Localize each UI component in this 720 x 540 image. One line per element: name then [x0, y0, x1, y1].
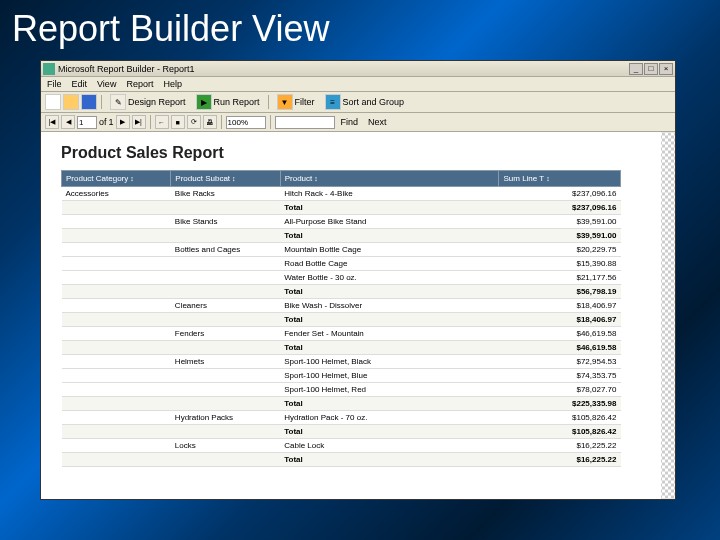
find-input[interactable] — [275, 116, 335, 129]
print-button[interactable]: 🖶 — [203, 115, 217, 129]
refresh-button[interactable]: ⟳ — [187, 115, 201, 129]
prev-page-button[interactable]: ◀ — [61, 115, 75, 129]
header-product[interactable]: Product↕ — [280, 171, 499, 187]
report-title: Product Sales Report — [61, 144, 655, 162]
report-table: Product Category↕ Product Subcat↕ Produc… — [61, 170, 621, 467]
slide-title: Report Builder View — [0, 0, 720, 60]
minimize-button[interactable]: _ — [629, 63, 643, 75]
cell-total-label: Total — [280, 397, 499, 411]
cell-total-amount: $105,826.42 — [499, 425, 621, 439]
cell-product: Cable Lock — [280, 439, 499, 453]
open-icon[interactable] — [63, 94, 79, 110]
cell-category — [62, 215, 171, 229]
maximize-button[interactable]: □ — [644, 63, 658, 75]
table-total-row: Total$225,335.98 — [62, 397, 621, 411]
table-header-row: Product Category↕ Product Subcat↕ Produc… — [62, 171, 621, 187]
cell-product: Hydration Pack - 70 oz. — [280, 411, 499, 425]
sort-icon: ↕ — [546, 175, 550, 182]
cell-category — [62, 355, 171, 369]
cell-subcategory — [171, 369, 280, 383]
cell-category — [62, 257, 171, 271]
cell-subcategory — [171, 257, 280, 271]
table-row: FendersFender Set - Mountain$46,619.58 — [62, 327, 621, 341]
back-button[interactable]: ← — [155, 115, 169, 129]
table-row: Bike StandsAll-Purpose Bike Stand$39,591… — [62, 215, 621, 229]
cell-total-label: Total — [280, 453, 499, 467]
cell-total-amount: $16,225.22 — [499, 453, 621, 467]
filter-button[interactable]: ▼Filter — [273, 94, 319, 110]
table-row: LocksCable Lock$16,225.22 — [62, 439, 621, 453]
filter-icon: ▼ — [277, 94, 293, 110]
sort-icon: ≡ — [325, 94, 341, 110]
cell-subcategory: Bottles and Cages — [171, 243, 280, 257]
cell-product: Fender Set - Mountain — [280, 327, 499, 341]
stop-button[interactable]: ■ — [171, 115, 185, 129]
menu-report[interactable]: Report — [126, 79, 153, 89]
cell-subcategory: Bike Stands — [171, 215, 280, 229]
menubar: File Edit View Report Help — [41, 77, 675, 92]
run-report-button[interactable]: ▶Run Report — [192, 94, 264, 110]
cell-product: Bike Wash - Dissolver — [280, 299, 499, 313]
separator — [150, 115, 151, 129]
save-icon[interactable] — [81, 94, 97, 110]
titlebar: Microsoft Report Builder - Report1 _ □ × — [41, 61, 675, 77]
cell-total-label: Total — [280, 313, 499, 327]
cell-total-label: Total — [280, 425, 499, 439]
next-page-button[interactable]: ▶ — [116, 115, 130, 129]
cell-category — [62, 411, 171, 425]
cell-category — [62, 271, 171, 285]
run-icon: ▶ — [196, 94, 212, 110]
close-button[interactable]: × — [659, 63, 673, 75]
table-row: CleanersBike Wash - Dissolver$18,406.97 — [62, 299, 621, 313]
cell-subcategory — [171, 271, 280, 285]
menu-view[interactable]: View — [97, 79, 116, 89]
menu-edit[interactable]: Edit — [72, 79, 88, 89]
cell-total-label: Total — [280, 285, 499, 299]
cell-product: Sport-100 Helmet, Red — [280, 383, 499, 397]
last-page-button[interactable]: ▶| — [132, 115, 146, 129]
report-viewport[interactable]: Product Sales Report Product Category↕ P… — [41, 132, 675, 499]
sort-icon: ↕ — [314, 175, 318, 182]
cell-amount: $15,390.88 — [499, 257, 621, 271]
cell-total-label: Total — [280, 341, 499, 355]
table-row: Sport-100 Helmet, Blue$74,353.75 — [62, 369, 621, 383]
header-subcategory[interactable]: Product Subcat↕ — [171, 171, 280, 187]
cell-product: Road Bottle Cage — [280, 257, 499, 271]
design-report-button[interactable]: ✎Design Report — [106, 94, 190, 110]
cell-amount: $78,027.70 — [499, 383, 621, 397]
first-page-button[interactable]: |◀ — [45, 115, 59, 129]
cell-amount: $46,619.58 — [499, 327, 621, 341]
header-sales[interactable]: Sum Line T↕ — [499, 171, 621, 187]
page-input[interactable] — [77, 116, 97, 129]
menu-file[interactable]: File — [47, 79, 62, 89]
cell-category — [62, 327, 171, 341]
menu-help[interactable]: Help — [163, 79, 182, 89]
zoom-input[interactable] — [226, 116, 266, 129]
cell-total-label: Total — [280, 229, 499, 243]
cell-amount: $16,225.22 — [499, 439, 621, 453]
navbar: |◀ ◀ of 1 ▶ ▶| ← ■ ⟳ 🖶 Find Next — [41, 113, 675, 132]
find-next-button[interactable]: Next — [364, 117, 391, 127]
app-icon — [43, 63, 55, 75]
table-row: Hydration PacksHydration Pack - 70 oz.$1… — [62, 411, 621, 425]
table-total-row: Total$105,826.42 — [62, 425, 621, 439]
sort-group-button[interactable]: ≡Sort and Group — [321, 94, 409, 110]
cell-category — [62, 383, 171, 397]
cell-amount: $18,406.97 — [499, 299, 621, 313]
header-category[interactable]: Product Category↕ — [62, 171, 171, 187]
sort-icon: ↕ — [130, 175, 134, 182]
cell-category — [62, 299, 171, 313]
cell-total-label: Total — [280, 201, 499, 215]
find-button[interactable]: Find — [337, 117, 363, 127]
cell-product: Mountain Bottle Cage — [280, 243, 499, 257]
cell-product: Water Bottle - 30 oz. — [280, 271, 499, 285]
new-icon[interactable] — [45, 94, 61, 110]
cell-category — [62, 439, 171, 453]
toolbar: ✎Design Report ▶Run Report ▼Filter ≡Sort… — [41, 92, 675, 113]
cell-amount: $20,229.75 — [499, 243, 621, 257]
table-total-row: Total$46,619.58 — [62, 341, 621, 355]
cell-total-amount: $56,798.19 — [499, 285, 621, 299]
table-total-row: Total$56,798.19 — [62, 285, 621, 299]
cell-amount: $105,826.42 — [499, 411, 621, 425]
table-row: Sport-100 Helmet, Red$78,027.70 — [62, 383, 621, 397]
